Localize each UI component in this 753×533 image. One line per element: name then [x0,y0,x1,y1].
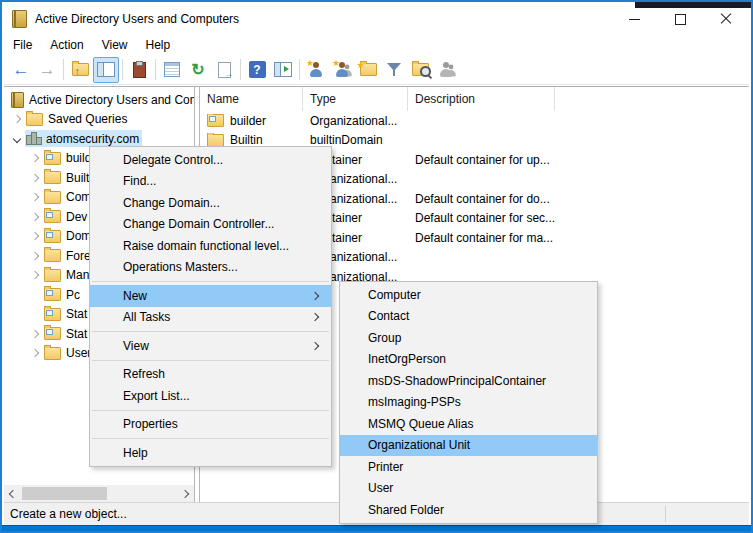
menu-separator [92,331,329,332]
ou-folder-icon [44,230,61,243]
expand-chevron[interactable] [26,331,43,337]
up-one-level-button[interactable] [67,57,93,83]
expand-chevron[interactable] [8,116,25,122]
export-list-button[interactable] [211,57,237,83]
ou-folder-icon [207,114,224,127]
folder-icon [44,171,61,184]
toolbar-separator [122,59,123,80]
expand-chevron[interactable] [26,253,43,259]
submenu-item-computer[interactable]: Computer [340,284,597,306]
submenu-item-shared-folder[interactable]: Shared Folder [340,499,597,521]
new-group-button[interactable] [329,57,355,83]
menu-item-new[interactable]: New [90,285,331,307]
menu-help[interactable]: Help [137,34,180,55]
refresh-button[interactable] [185,57,211,83]
maximize-button[interactable] [657,4,703,34]
menu-item-refresh[interactable]: Refresh [90,364,331,386]
submenu-item-inetorgperson[interactable]: InetOrgPerson [340,349,597,371]
clipboard-button[interactable] [126,57,152,83]
properties-button[interactable] [159,57,185,83]
maximize-icon [675,14,686,25]
menu-item-delegate-control[interactable]: Delegate Control... [90,149,331,171]
find-icon [412,63,429,76]
folder-icon [26,113,43,126]
find-button[interactable] [407,57,433,83]
column-header-type[interactable]: Type [303,87,408,111]
new-user-button[interactable] [303,57,329,83]
menu-item-raise-functional-level[interactable]: Raise domain functional level... [90,235,331,257]
folder-icon [207,134,224,147]
tree-horizontal-scrollbar[interactable] [4,485,194,502]
app-window: Active Directory Users and Computers Fil… [0,0,753,533]
console-icon [11,92,24,108]
submenu-item-msds-shadowprincipalcontainer[interactable]: msDS-ShadowPrincipalContainer [340,370,597,392]
submenu-item-msmq-queue-alias[interactable]: MSMQ Queue Alias [340,413,597,435]
tree-item-root[interactable]: Active Directory Users and Computers [4,90,194,110]
menu-action[interactable]: Action [41,34,92,55]
expand-chevron[interactable] [26,350,43,356]
menu-item-properties[interactable]: Properties [90,414,331,436]
menu-item-all-tasks[interactable]: All Tasks [90,307,331,329]
list-row-builder[interactable]: builder Organizational... [200,111,749,131]
submenu-item-group[interactable]: Group [340,327,597,349]
collapse-chevron[interactable] [8,136,25,142]
menu-item-change-domain-controller[interactable]: Change Domain Controller... [90,214,331,236]
menu-item-operations-masters[interactable]: Operations Masters... [90,257,331,279]
minimize-button[interactable] [611,4,657,34]
expand-chevron[interactable] [26,233,43,239]
chevron-right-icon [180,489,188,497]
close-button[interactable] [703,4,749,34]
filter-button[interactable] [381,57,407,83]
submenu-item-contact[interactable]: Contact [340,306,597,328]
folder-icon [44,191,61,204]
folder-icon [44,249,61,262]
expand-chevron[interactable] [26,272,43,278]
new-ou-icon [360,63,377,76]
expand-chevron[interactable] [26,175,43,181]
menu-separator [92,410,329,411]
scroll-left-button[interactable] [4,485,21,502]
column-header-name[interactable]: Name [200,87,303,111]
ou-folder-icon [44,152,61,165]
tree-item-saved-queries[interactable]: Saved Queries [4,110,194,130]
filter-icon [387,62,401,77]
column-header-description[interactable]: Description [408,87,555,111]
submenu-arrow-icon [311,313,319,321]
clipboard-icon [133,62,146,78]
status-text: Create a new object... [4,507,127,521]
menu-item-help[interactable]: Help [90,442,331,464]
description-bar-icon [274,62,292,77]
back-button[interactable] [8,57,34,83]
menu-view[interactable]: View [93,34,137,55]
submenu-item-user[interactable]: User [340,478,597,500]
up-one-level-icon [72,63,89,76]
menu-item-export-list[interactable]: Export List... [90,385,331,407]
title-bar: Active Directory Users and Computers [4,4,749,34]
app-icon [12,10,27,28]
menu-item-find[interactable]: Find... [90,171,331,193]
menu-item-change-domain[interactable]: Change Domain... [90,192,331,214]
toolbar-separator [155,59,156,80]
expand-chevron[interactable] [26,214,43,220]
submenu-item-organizational-unit[interactable]: Organizational Unit [340,435,597,457]
scrollbar-thumb[interactable] [22,487,107,500]
forward-button[interactable] [34,57,60,83]
scroll-right-button[interactable] [176,485,193,502]
submenu-item-msimaging-psps[interactable]: msImaging-PSPs [340,392,597,414]
expand-chevron[interactable] [26,194,43,200]
ou-folder-icon [44,210,61,223]
help-button[interactable] [244,57,270,83]
menu-file[interactable]: File [4,34,41,55]
description-bar-button[interactable] [270,57,296,83]
submenu-arrow-icon [311,292,319,300]
toolbar-separator [299,59,300,80]
new-ou-button[interactable] [355,57,381,83]
people-button[interactable] [433,57,459,83]
menu-item-view[interactable]: View [90,335,331,357]
toolbar-separator [63,59,64,80]
folder-icon [44,269,61,282]
back-icon [13,60,30,80]
expand-chevron[interactable] [26,155,43,161]
show-console-tree-button[interactable] [93,57,119,83]
submenu-item-printer[interactable]: Printer [340,456,597,478]
